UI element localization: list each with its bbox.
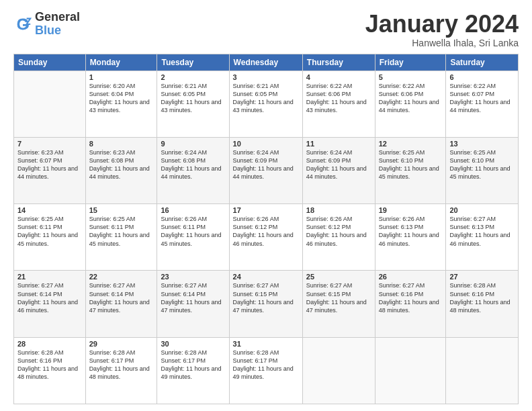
cell-info: Sunrise: 6:25 AM Sunset: 6:11 PM Dayligh… (17, 215, 82, 248)
sunset-text: Sunset: 6:05 PM (233, 90, 299, 98)
day-number: 30 (161, 340, 225, 348)
sunset-text: Sunset: 6:11 PM (161, 223, 225, 231)
table-row: 3 Sunrise: 6:21 AM Sunset: 6:05 PM Dayli… (229, 71, 302, 137)
sunset-text: Sunset: 6:11 PM (17, 223, 82, 231)
table-row: 13 Sunrise: 6:25 AM Sunset: 6:10 PM Dayl… (446, 137, 519, 203)
day-number: 31 (233, 340, 299, 348)
sunrise-text: Sunrise: 6:23 AM (89, 148, 154, 156)
daylight-text: Daylight: 11 hours and 45 minutes. (17, 231, 82, 247)
day-number: 17 (233, 206, 299, 214)
cell-info: Sunrise: 6:26 AM Sunset: 6:12 PM Dayligh… (306, 215, 371, 248)
daylight-text: Daylight: 11 hours and 48 minutes. (449, 298, 515, 314)
day-number: 19 (379, 206, 443, 214)
cell-info: Sunrise: 6:23 AM Sunset: 6:07 PM Dayligh… (17, 148, 82, 181)
sunrise-text: Sunrise: 6:25 AM (89, 215, 154, 223)
daylight-text: Daylight: 11 hours and 46 minutes. (306, 231, 371, 247)
daylight-text: Daylight: 11 hours and 46 minutes. (379, 231, 443, 247)
daylight-text: Daylight: 11 hours and 44 minutes. (379, 98, 443, 114)
sunset-text: Sunset: 6:06 PM (379, 90, 443, 98)
cell-info: Sunrise: 6:25 AM Sunset: 6:10 PM Dayligh… (379, 148, 443, 181)
table-row: 15 Sunrise: 6:25 AM Sunset: 6:11 PM Dayl… (85, 204, 157, 271)
daylight-text: Daylight: 11 hours and 49 minutes. (233, 365, 299, 381)
header-wednesday: Wednesday (229, 54, 302, 71)
calendar-header-row: Sunday Monday Tuesday Wednesday Thursday… (14, 54, 519, 71)
sunset-text: Sunset: 6:15 PM (233, 290, 299, 298)
sunrise-text: Sunrise: 6:27 AM (379, 281, 443, 289)
daylight-text: Daylight: 11 hours and 44 minutes. (161, 165, 225, 181)
cell-info: Sunrise: 6:24 AM Sunset: 6:09 PM Dayligh… (306, 148, 371, 181)
sunrise-text: Sunrise: 6:25 AM (17, 215, 82, 223)
daylight-text: Daylight: 11 hours and 46 minutes. (233, 231, 299, 247)
table-row: 22 Sunrise: 6:27 AM Sunset: 6:14 PM Dayl… (85, 271, 157, 337)
cell-info: Sunrise: 6:26 AM Sunset: 6:11 PM Dayligh… (161, 215, 225, 248)
logo-line1: General (35, 11, 80, 24)
day-number: 13 (449, 140, 515, 148)
cell-info: Sunrise: 6:28 AM Sunset: 6:17 PM Dayligh… (161, 349, 225, 381)
logo-icon (13, 15, 32, 34)
calendar-week-row: 14 Sunrise: 6:25 AM Sunset: 6:11 PM Dayl… (14, 204, 519, 271)
daylight-text: Daylight: 11 hours and 47 minutes. (161, 298, 225, 314)
day-number: 20 (449, 206, 515, 214)
sunrise-text: Sunrise: 6:26 AM (306, 215, 371, 223)
header-friday: Friday (375, 54, 446, 71)
cell-info: Sunrise: 6:27 AM Sunset: 6:15 PM Dayligh… (233, 281, 299, 314)
sunrise-text: Sunrise: 6:27 AM (17, 281, 82, 289)
table-row (375, 337, 446, 404)
table-row: 27 Sunrise: 6:28 AM Sunset: 6:16 PM Dayl… (446, 271, 519, 337)
day-number: 29 (89, 340, 154, 348)
table-row: 31 Sunrise: 6:28 AM Sunset: 6:17 PM Dayl… (229, 337, 302, 404)
sunset-text: Sunset: 6:06 PM (306, 90, 371, 98)
table-row: 7 Sunrise: 6:23 AM Sunset: 6:07 PM Dayli… (14, 137, 86, 203)
sunrise-text: Sunrise: 6:26 AM (161, 215, 225, 223)
sunrise-text: Sunrise: 6:24 AM (306, 148, 371, 156)
cell-info: Sunrise: 6:27 AM Sunset: 6:14 PM Dayligh… (161, 281, 225, 314)
sunset-text: Sunset: 6:14 PM (89, 290, 154, 298)
table-row: 8 Sunrise: 6:23 AM Sunset: 6:08 PM Dayli… (85, 137, 157, 203)
day-number: 15 (89, 206, 154, 214)
calendar-table: Sunday Monday Tuesday Wednesday Thursday… (13, 54, 519, 404)
sunset-text: Sunset: 6:08 PM (89, 156, 154, 165)
main-title: January 2024 (365, 11, 519, 38)
daylight-text: Daylight: 11 hours and 48 minutes. (379, 298, 443, 314)
cell-info: Sunrise: 6:27 AM Sunset: 6:13 PM Dayligh… (449, 215, 515, 248)
day-number: 21 (17, 273, 82, 281)
page: General Blue January 2024 Hanwella Ihala… (0, 0, 532, 411)
day-number: 3 (233, 73, 299, 81)
table-row: 2 Sunrise: 6:21 AM Sunset: 6:05 PM Dayli… (157, 71, 229, 137)
daylight-text: Daylight: 11 hours and 47 minutes. (233, 298, 299, 314)
header-monday: Monday (85, 54, 157, 71)
sunrise-text: Sunrise: 6:27 AM (89, 281, 154, 289)
calendar-week-row: 1 Sunrise: 6:20 AM Sunset: 6:04 PM Dayli… (14, 71, 519, 137)
sunrise-text: Sunrise: 6:22 AM (379, 82, 443, 90)
logo-text: General Blue (35, 11, 80, 38)
daylight-text: Daylight: 11 hours and 47 minutes. (306, 298, 371, 314)
cell-info: Sunrise: 6:26 AM Sunset: 6:13 PM Dayligh… (379, 215, 443, 248)
sunset-text: Sunset: 6:13 PM (449, 223, 515, 231)
table-row (14, 71, 86, 137)
table-row: 25 Sunrise: 6:27 AM Sunset: 6:15 PM Dayl… (302, 271, 375, 337)
sunrise-text: Sunrise: 6:24 AM (233, 148, 299, 156)
title-block: January 2024 Hanwella Ihala, Sri Lanka (365, 11, 519, 48)
cell-info: Sunrise: 6:22 AM Sunset: 6:06 PM Dayligh… (306, 82, 371, 115)
sunset-text: Sunset: 6:10 PM (449, 156, 515, 165)
logo-line2: Blue (35, 24, 80, 38)
sunset-text: Sunset: 6:04 PM (89, 90, 154, 98)
sunset-text: Sunset: 6:10 PM (379, 156, 443, 165)
cell-info: Sunrise: 6:22 AM Sunset: 6:07 PM Dayligh… (449, 82, 515, 115)
day-number: 1 (89, 73, 154, 81)
daylight-text: Daylight: 11 hours and 48 minutes. (17, 365, 82, 381)
sunset-text: Sunset: 6:12 PM (306, 223, 371, 231)
calendar-week-row: 7 Sunrise: 6:23 AM Sunset: 6:07 PM Dayli… (14, 137, 519, 203)
day-number: 18 (306, 206, 371, 214)
calendar-week-row: 28 Sunrise: 6:28 AM Sunset: 6:16 PM Dayl… (14, 337, 519, 404)
daylight-text: Daylight: 11 hours and 43 minutes. (233, 98, 299, 114)
cell-info: Sunrise: 6:28 AM Sunset: 6:16 PM Dayligh… (17, 349, 82, 381)
table-row: 23 Sunrise: 6:27 AM Sunset: 6:14 PM Dayl… (157, 271, 229, 337)
day-number: 26 (379, 273, 443, 281)
sunrise-text: Sunrise: 6:27 AM (306, 281, 371, 289)
table-row: 6 Sunrise: 6:22 AM Sunset: 6:07 PM Dayli… (446, 71, 519, 137)
day-number: 2 (161, 73, 225, 81)
day-number: 5 (379, 73, 443, 81)
table-row: 1 Sunrise: 6:20 AM Sunset: 6:04 PM Dayli… (85, 71, 157, 137)
header-tuesday: Tuesday (157, 54, 229, 71)
